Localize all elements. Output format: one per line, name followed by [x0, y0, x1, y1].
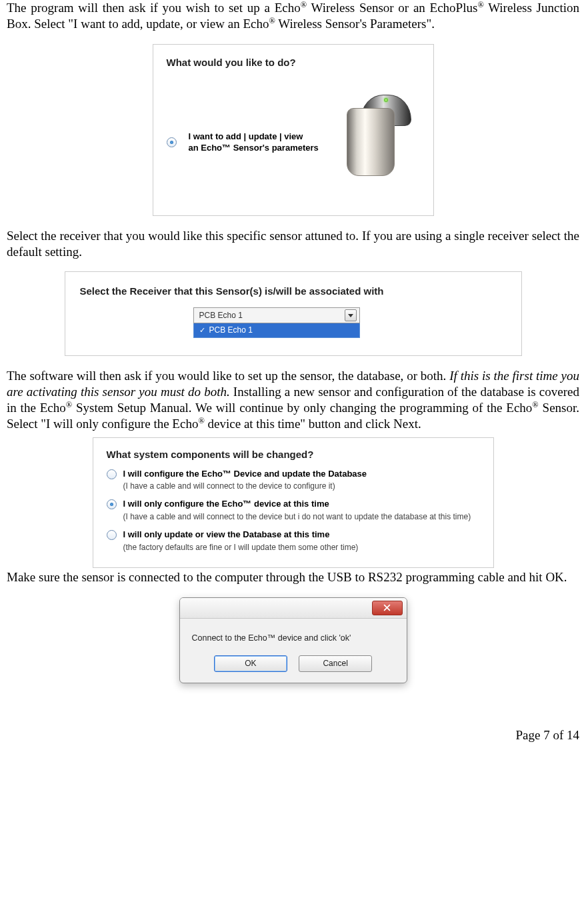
text: I will only update or view the Database … [123, 529, 330, 539]
text: I will configure the Echo™ Device and up… [123, 469, 367, 479]
text: Wireless Sensor's Parameters". [275, 17, 435, 31]
reg-mark: ® [269, 16, 275, 25]
radio-echo-sensor[interactable] [167, 137, 177, 147]
intro-paragraph-4: Make sure the sensor is connected to the… [7, 569, 579, 585]
dialog-titlebar [180, 598, 407, 619]
text: The software will then ask if you would … [7, 369, 449, 383]
panel-title: What would you like to do? [167, 57, 420, 69]
combobox-value: PCB Echo 1 [199, 311, 243, 321]
led-icon [384, 98, 388, 102]
sensor-photo [331, 84, 411, 201]
reg-mark: ® [66, 400, 72, 409]
intro-paragraph-3: The software will then ask if you would … [7, 368, 579, 432]
reg-mark: ® [198, 416, 204, 425]
reg-mark: ® [532, 400, 538, 409]
radio-database-only[interactable] [107, 530, 117, 540]
option-label: I want to add | update | view an Echo™ S… [189, 131, 319, 154]
combobox-list: ✓ PCB Echo 1 [193, 323, 360, 338]
option-subtext: (the factory defaults are fine or I will… [123, 542, 359, 553]
text: device at this time" button and click Ne… [205, 417, 421, 431]
wizard-panel-select-receiver: Select the Receiver that this Sensor(s) … [65, 271, 522, 356]
dialog-message: Connect to the Echo™ device and click 'o… [180, 619, 407, 652]
text: System Setup Manual. We will continue by… [72, 401, 532, 415]
option-label: I will only configure the Echo™ device a… [123, 498, 471, 522]
panel-title: What system components will be changed? [107, 449, 480, 461]
text: an Echo™ Sensor's parameters [189, 143, 319, 153]
check-icon: ✓ [199, 326, 205, 335]
cancel-button[interactable]: Cancel [299, 655, 372, 672]
text: The program will then ask if you wish to… [7, 1, 301, 15]
connect-dialog: Connect to the Echo™ device and click 'o… [179, 597, 407, 684]
wizard-panel-what-to-do: What would you like to do? I want to add… [153, 44, 434, 216]
panel-title: Select the Receiver that this Sensor(s) … [80, 285, 507, 298]
text: Wireless Sensor or an EchoPlus [307, 1, 477, 15]
figure-3: What system components will be changed? … [7, 437, 579, 568]
option-subtext: (I have a cable and will connect to the … [123, 481, 367, 491]
radio-configure-and-update[interactable] [107, 469, 117, 479]
option-label: I will only update or view the Database … [123, 529, 359, 553]
figure-2: Select the Receiver that this Sensor(s) … [7, 271, 579, 356]
combobox-dropdown-button[interactable] [345, 309, 357, 321]
close-button[interactable] [372, 601, 403, 615]
text: I will only configure the Echo™ device a… [123, 499, 329, 509]
reg-mark: ® [301, 0, 307, 9]
page-footer: Page 7 of 14 [7, 727, 579, 743]
ok-button[interactable]: OK [214, 655, 287, 672]
figure-1: What would you like to do? I want to add… [7, 44, 579, 216]
text: I want to add | update | view [189, 131, 303, 141]
reg-mark: ® [477, 0, 483, 9]
option-label: I will configure the Echo™ Device and up… [123, 468, 367, 492]
combobox-option[interactable]: ✓ PCB Echo 1 [194, 323, 359, 337]
radio-configure-only[interactable] [107, 499, 117, 509]
close-icon [383, 604, 391, 611]
option-text: PCB Echo 1 [209, 325, 253, 335]
intro-paragraph-1: The program will then ask if you wish to… [7, 0, 579, 32]
figure-4: Connect to the Echo™ device and click 'o… [7, 597, 579, 687]
intro-paragraph-2: Select the receiver that you would like … [7, 228, 579, 260]
receiver-combobox[interactable]: PCB Echo 1 [193, 307, 360, 323]
sensor-body-graphic [347, 108, 395, 176]
wizard-panel-components: What system components will be changed? … [93, 437, 494, 568]
option-subtext: (I have a cable and will connect to the … [123, 511, 471, 522]
